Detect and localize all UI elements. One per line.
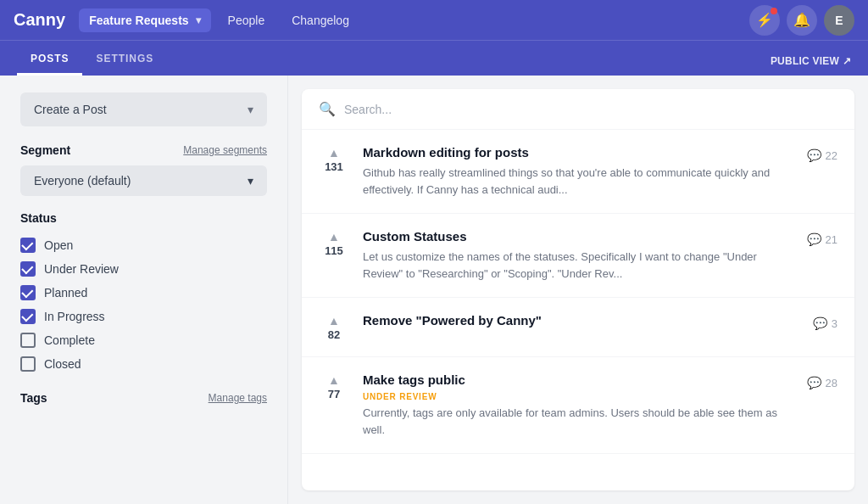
app-logo: Canny [14,10,65,30]
status-title: Status [20,211,57,225]
notification-dot [771,8,777,14]
post-body: Custom StatusesLet us customize the name… [363,229,793,282]
sub-nav: Posts Settings PUBLIC VIEW ↗ [0,40,868,76]
sub-nav-tabs: Posts Settings [17,44,167,76]
chevron-down-icon: ▾ [248,174,253,188]
post-item[interactable]: ▲82Remove "Powered by Canny"💬3 [302,298,854,357]
top-nav: Canny Feature Requests ▾ People Changelo… [0,0,868,40]
comment-icon: 💬 [807,376,821,389]
segment-value: Everyone (default) [34,174,131,188]
segment-header: Segment Manage segments [20,143,267,157]
search-input[interactable] [344,103,837,116]
status-label: Open [44,238,73,252]
nav-link-people[interactable]: People [218,8,275,32]
comment-icon: 💬 [807,148,821,162]
manage-tags-link[interactable]: Manage tags [209,392,267,404]
feature-requests-dropdown[interactable]: Feature Requests ▾ [79,8,210,32]
segment-title: Segment [20,143,70,157]
vote-arrow-icon[interactable]: ▲ [328,374,340,386]
posts-list: ▲131Markdown editing for postsGithub has… [302,130,854,490]
post-excerpt: Github has really streamlined things so … [363,165,793,198]
status-item[interactable]: Under Review [20,257,267,281]
status-label: Complete [44,333,95,347]
chevron-down-icon: ▾ [196,14,201,26]
status-label: In Progress [44,310,105,323]
post-vote: ▲77 [319,372,349,400]
dropdown-label: Feature Requests [89,14,188,27]
comment-icon: 💬 [813,316,827,330]
segment-dropdown[interactable]: Everyone (default) ▾ [20,165,267,196]
post-item[interactable]: ▲115Custom StatusesLet us customize the … [302,214,854,298]
chevron-down-icon: ▾ [248,103,253,116]
post-title: Make tags public [363,372,793,387]
tab-posts[interactable]: Posts [17,44,82,76]
tab-settings[interactable]: Settings [82,44,167,76]
post-comment-count: 💬3 [813,313,837,330]
vote-count: 131 [325,160,343,173]
main-layout: Create a Post ▾ Segment Manage segments … [0,76,868,504]
post-excerpt: Let us customize the names of the status… [363,249,793,282]
create-post-button[interactable]: Create a Post ▾ [20,92,267,126]
bell-icon-button[interactable]: 🔔 [787,5,817,36]
vote-arrow-icon[interactable]: ▲ [328,147,340,159]
post-item[interactable]: ▲77Make tags publicUNDER REVIEWCurrently… [302,357,854,454]
public-view-link[interactable]: PUBLIC VIEW ↗ [771,47,851,76]
post-body: Remove "Powered by Canny" [363,313,799,333]
tags-header: Tags Manage tags [20,391,267,405]
checkbox-under-review[interactable] [20,261,36,277]
sidebar: Create a Post ▾ Segment Manage segments … [0,76,288,504]
status-label: Under Review [44,262,119,276]
post-comment-count: 💬22 [807,145,837,162]
vote-count: 115 [325,244,343,257]
post-vote: ▲82 [319,313,349,341]
post-vote: ▲131 [319,145,349,173]
post-title: Remove "Powered by Canny" [363,313,799,328]
comment-count: 21 [826,233,837,246]
vote-count: 77 [328,388,340,400]
manage-segments-link[interactable]: Manage segments [183,144,267,156]
checkbox-planned[interactable] [20,285,36,300]
nav-link-changelog[interactable]: Changelog [281,8,359,32]
bell-icon: 🔔 [793,12,810,28]
create-post-label: Create a Post [34,103,107,116]
comment-count: 28 [826,377,837,389]
checkbox-open[interactable] [20,238,36,253]
status-label: Planned [44,286,87,300]
status-label: Closed [44,357,81,371]
post-title: Markdown editing for posts [363,145,793,160]
status-section: Status OpenUnder ReviewPlannedIn Progres… [20,211,267,376]
nav-right: ⚡ 🔔 E [749,5,854,36]
search-bar: 🔍 [302,89,854,130]
post-comment-count: 💬21 [807,229,837,246]
status-item[interactable]: In Progress [20,305,267,328]
status-item[interactable]: Open [20,233,267,257]
post-status-badge: UNDER REVIEW [363,392,793,401]
checkbox-complete[interactable] [20,333,36,348]
content-area: 🔍 ▲131Markdown editing for postsGithub h… [302,89,854,490]
user-avatar[interactable]: E [824,5,854,36]
vote-arrow-icon[interactable]: ▲ [328,315,340,327]
status-header: Status [20,211,267,225]
post-comment-count: 💬28 [807,372,837,389]
checkbox-in-progress[interactable] [20,309,36,324]
post-body: Make tags publicUNDER REVIEWCurrently, t… [363,372,793,438]
post-item[interactable]: ▲131Markdown editing for postsGithub has… [302,130,854,214]
status-item[interactable]: Complete [20,328,267,352]
vote-arrow-icon[interactable]: ▲ [328,231,340,243]
post-title: Custom Statuses [363,229,793,244]
tags-title: Tags [20,391,47,405]
segment-section: Segment Manage segments Everyone (defaul… [20,143,267,196]
lightning-icon-button[interactable]: ⚡ [749,5,780,36]
comment-icon: 💬 [807,232,821,246]
status-item[interactable]: Closed [20,352,267,376]
comment-count: 22 [826,149,837,162]
checkbox-closed[interactable] [20,356,36,372]
lightning-icon: ⚡ [756,12,773,28]
tags-section: Tags Manage tags [20,391,267,405]
search-icon: 🔍 [319,101,336,117]
post-body: Markdown editing for postsGithub has rea… [363,145,793,198]
vote-count: 82 [328,328,340,341]
comment-count: 3 [832,317,837,330]
status-item[interactable]: Planned [20,281,267,305]
post-vote: ▲115 [319,229,349,257]
